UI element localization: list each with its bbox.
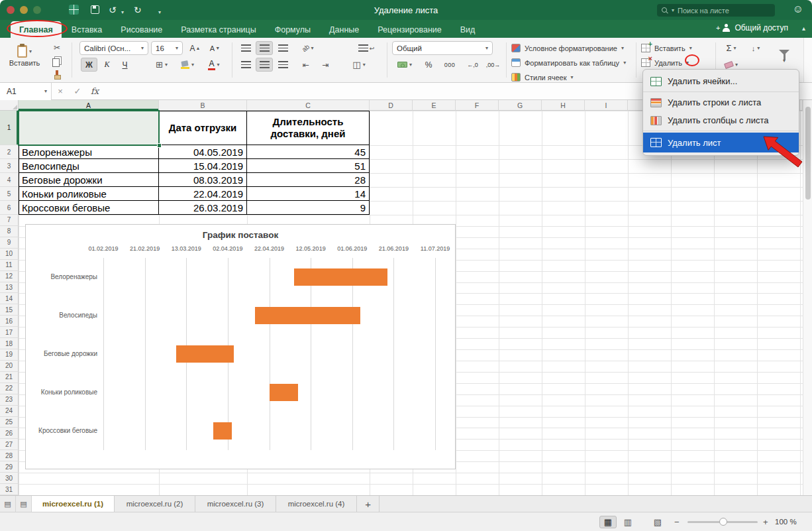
cell-B1[interactable]: Дата отгрузки — [159, 111, 247, 145]
cell-C6[interactable]: 9 — [247, 201, 370, 215]
ribbon-tab-view[interactable]: Вид — [452, 21, 484, 38]
delete-dropdown-icon[interactable]: ▾ — [686, 60, 689, 66]
share-button[interactable]: + Общий доступ — [716, 23, 788, 32]
row-header-2[interactable]: 2 — [0, 145, 19, 159]
menu-item-delete-rows[interactable]: Удалить строки с листа — [643, 93, 799, 111]
row-header-25[interactable]: 25 — [0, 417, 19, 428]
spreadsheet-grid[interactable]: ABCDEFGHI 123456789101112131415161718192… — [0, 100, 803, 495]
cell-A1[interactable] — [19, 111, 159, 145]
name-box-chevron-icon[interactable]: ▾ — [44, 88, 47, 94]
row-header-5[interactable]: 5 — [0, 187, 19, 201]
conditional-formatting-button[interactable]: Условное форматирование▾ — [511, 42, 624, 54]
align-middle-button[interactable] — [256, 41, 273, 55]
column-header-I[interactable]: I — [585, 100, 628, 111]
cell-C3[interactable]: 51 — [247, 159, 370, 173]
cell-B6[interactable]: 26.03.2019 — [159, 201, 247, 215]
enter-icon[interactable]: ✓ — [69, 86, 86, 96]
zoom-slider-thumb[interactable] — [719, 518, 727, 526]
undo-dropdown-icon[interactable]: ▾ — [121, 7, 124, 18]
scrollbar-thumb[interactable] — [805, 107, 811, 200]
decrease-font-button[interactable]: А▼ — [206, 41, 224, 55]
wrap-text-button[interactable]: ↩ — [355, 41, 378, 55]
cell-A2[interactable]: Велоренажеры — [19, 145, 159, 159]
gantt-bar-3[interactable] — [176, 345, 234, 363]
ribbon-tab-formulas[interactable]: Формулы — [266, 21, 319, 38]
selection-fill-handle[interactable] — [157, 143, 162, 148]
font-color-button[interactable]: А▾ — [201, 58, 227, 72]
row-header-20[interactable]: 20 — [0, 361, 19, 372]
row-header-7[interactable]: 7 — [0, 215, 19, 226]
row-header-1[interactable]: 1 — [0, 111, 19, 145]
ribbon-tab-home[interactable]: Главная — [11, 21, 62, 38]
delete-cells-button[interactable]: Удалить▾ — [641, 56, 689, 69]
search-scope-chevron-icon[interactable]: ▾ — [672, 7, 674, 13]
row-header-14[interactable]: 14 — [0, 293, 19, 304]
insert-function-icon[interactable]: fx — [86, 86, 103, 96]
currency-format-button[interactable]: ▾ — [392, 58, 417, 72]
ribbon-tab-draw[interactable]: Рисование — [112, 21, 171, 38]
decrease-indent-button[interactable]: ⇤ — [297, 58, 315, 72]
column-header-C[interactable]: C — [247, 100, 370, 111]
paste-dropdown-icon[interactable]: ▾ — [29, 48, 32, 54]
row-header-26[interactable]: 26 — [0, 428, 19, 439]
gantt-chart[interactable]: График поставок 01.02.201921.02.201913.0… — [25, 224, 456, 469]
column-header-G[interactable]: G — [499, 100, 542, 111]
format-painter-button[interactable] — [49, 68, 65, 81]
row-header-9[interactable]: 9 — [0, 237, 19, 249]
borders-button[interactable]: ⊞▾ — [150, 58, 174, 72]
cell-B5[interactable]: 22.04.2019 — [159, 187, 247, 201]
increase-indent-button[interactable]: ⇥ — [317, 58, 334, 72]
row-header-16[interactable]: 16 — [0, 316, 19, 327]
row-header-13[interactable]: 13 — [0, 282, 19, 294]
page-break-view-button[interactable]: ▧ — [649, 516, 666, 528]
menu-item-delete-cells[interactable]: Удалить ячейки... — [643, 72, 799, 90]
cell-B2[interactable]: 04.05.2019 — [159, 145, 247, 159]
column-header-E[interactable]: E — [413, 100, 456, 111]
vertical-scrollbar[interactable] — [803, 100, 812, 495]
percent-format-button[interactable]: % — [420, 58, 437, 72]
autosum-button[interactable]: Σ▾ — [719, 41, 743, 55]
cell-C5[interactable]: 14 — [247, 187, 370, 201]
row-header-28[interactable]: 28 — [0, 450, 19, 461]
fill-color-button[interactable]: ▾ — [176, 58, 199, 72]
row-header-17[interactable]: 17 — [0, 327, 19, 338]
normal-view-button[interactable]: ▦ — [599, 516, 617, 528]
app-grid-icon[interactable] — [69, 5, 79, 17]
align-center-button[interactable] — [256, 58, 273, 72]
row-header-12[interactable]: 12 — [0, 271, 19, 282]
column-header-F[interactable]: F — [456, 100, 499, 111]
cell-C1[interactable]: Длительность доставки, дней — [247, 111, 370, 145]
sheet-tab-3[interactable]: microexcel.ru (3) — [195, 496, 276, 512]
feedback-smiley-icon[interactable]: ☺ — [793, 3, 803, 15]
row-header-18[interactable]: 18 — [0, 338, 19, 349]
row-header-8[interactable]: 8 — [0, 226, 19, 237]
row-header-27[interactable]: 27 — [0, 439, 19, 450]
sheet-nav-left-button[interactable]: ▤ — [0, 496, 16, 512]
zoom-slider[interactable] — [687, 521, 758, 523]
page-layout-view-button[interactable]: ▥ — [619, 516, 636, 528]
merge-center-button[interactable]: ◫▾ — [340, 58, 378, 72]
menu-item-delete-sheet[interactable]: Удалить лист — [643, 133, 799, 152]
row-header-4[interactable]: 4 — [0, 173, 19, 187]
row-header-22[interactable]: 22 — [0, 383, 19, 394]
insert-cells-button[interactable]: Вставить▾ — [641, 42, 692, 54]
ribbon-tab-review[interactable]: Рецензирование — [369, 21, 450, 38]
bold-button[interactable]: Ж — [81, 58, 97, 72]
paste-button[interactable]: ▾ Вставить — [5, 40, 44, 72]
cut-button[interactable]: ✂ — [49, 41, 65, 54]
undo-button[interactable]: ↺ — [109, 5, 117, 15]
zoom-out-button[interactable]: − — [674, 517, 680, 527]
font-name-select[interactable]: Calibri (Осн...▾ — [79, 41, 148, 55]
zoom-in-button[interactable]: + — [763, 517, 768, 527]
menu-item-delete-columns[interactable]: Удалить столбцы с листа — [643, 111, 799, 129]
align-left-button[interactable] — [237, 58, 254, 72]
gantt-bar-2[interactable] — [255, 307, 361, 324]
cell-C2[interactable]: 45 — [247, 145, 370, 159]
column-header-B[interactable]: B — [159, 100, 247, 111]
thousands-separator-button[interactable]: 000 — [439, 58, 460, 72]
add-sheet-button[interactable]: + — [357, 496, 380, 512]
copy-button[interactable] — [49, 55, 65, 68]
cell-B3[interactable]: 15.04.2019 — [159, 159, 247, 173]
zoom-level[interactable]: 100 % — [775, 518, 797, 526]
cell-styles-button[interactable]: Стили ячеек▾ — [511, 71, 574, 84]
